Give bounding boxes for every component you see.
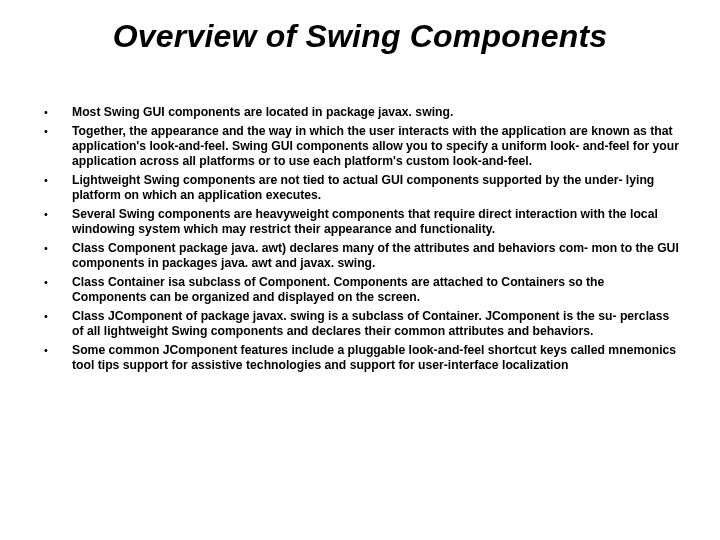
bullet-text: Class Container isa subclass of Componen… <box>72 275 680 305</box>
list-item: • Some common JComponent features includ… <box>40 343 680 373</box>
bullet-icon: • <box>40 105 72 120</box>
list-item: • Lightweight Swing components are not t… <box>40 173 680 203</box>
slide: Overview of Swing Components • Most Swin… <box>0 0 720 540</box>
bullet-text: Lightweight Swing components are not tie… <box>72 173 680 203</box>
bullet-icon: • <box>40 207 72 222</box>
bullet-icon: • <box>40 343 72 358</box>
bullet-text: Several Swing components are heavyweight… <box>72 207 680 237</box>
bullet-list: • Most Swing GUI components are located … <box>40 105 680 373</box>
list-item: • Class Container isa subclass of Compon… <box>40 275 680 305</box>
page-title: Overview of Swing Components <box>40 18 680 55</box>
bullet-text: Most Swing GUI components are located in… <box>72 105 680 120</box>
bullet-text: Some common JComponent features include … <box>72 343 680 373</box>
list-item: • Class Component package java. awt) dec… <box>40 241 680 271</box>
bullet-icon: • <box>40 173 72 188</box>
bullet-icon: • <box>40 309 72 324</box>
bullet-text: Class Component package java. awt) decla… <box>72 241 680 271</box>
list-item: • Most Swing GUI components are located … <box>40 105 680 120</box>
bullet-icon: • <box>40 241 72 256</box>
list-item: • Together, the appearance and the way i… <box>40 124 680 169</box>
list-item: • Class JComponent of package javax. swi… <box>40 309 680 339</box>
list-item: • Several Swing components are heavyweig… <box>40 207 680 237</box>
bullet-text: Together, the appearance and the way in … <box>72 124 680 169</box>
bullet-icon: • <box>40 124 72 139</box>
bullet-icon: • <box>40 275 72 290</box>
bullet-text: Class JComponent of package javax. swing… <box>72 309 680 339</box>
